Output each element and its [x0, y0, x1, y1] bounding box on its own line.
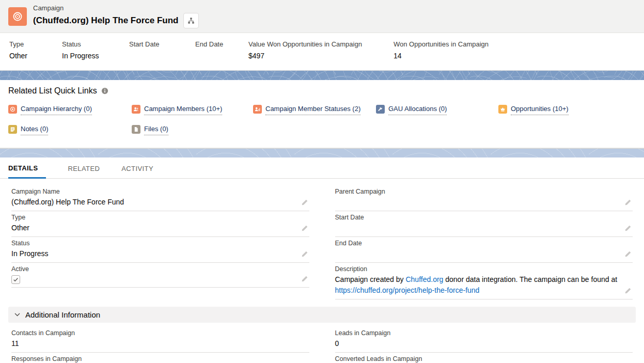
- additional-left-column: Contacts in Campaign 11 Responses in Cam…: [11, 327, 309, 363]
- title-row: (Chuffed.org) Help The Force Fund: [33, 13, 199, 28]
- quick-link-notes[interactable]: Notes (0): [8, 125, 132, 135]
- quick-link-campaign-members[interactable]: Campaign Members (10+): [132, 105, 253, 115]
- field-value: [335, 248, 633, 259]
- highlight-value: 14: [394, 51, 489, 61]
- field-label: Leads in Campaign: [335, 329, 633, 338]
- field-label: Contacts in Campaign: [11, 329, 309, 338]
- section-title: Additional Information: [25, 310, 100, 319]
- highlight-value: In Progress: [62, 51, 125, 61]
- gau-allocation-icon: [376, 105, 385, 114]
- highlight-label: Type: [9, 40, 58, 49]
- chevron-down-icon: [14, 311, 21, 318]
- quick-link-label: Opportunities (10+): [511, 105, 569, 115]
- field-label: Active: [11, 265, 309, 274]
- tab-activity[interactable]: ACTIVITY: [121, 159, 153, 179]
- file-icon: [132, 125, 140, 134]
- highlight-label: Won Opportunities in Campaign: [394, 40, 489, 49]
- view-hierarchy-button[interactable]: [183, 13, 199, 28]
- description-text: Campaign created by Chuffed.org donor da…: [335, 274, 633, 296]
- note-icon: [8, 125, 17, 134]
- edit-pencil-icon[interactable]: [301, 275, 308, 282]
- quick-link-opportunities[interactable]: Opportunities (10+): [498, 105, 636, 115]
- edit-pencil-icon[interactable]: [301, 225, 308, 232]
- field-value: 0: [335, 338, 633, 349]
- description-segment: Campaign created by: [335, 275, 406, 283]
- highlight-end-date: End Date: [195, 40, 248, 61]
- edit-pencil-icon[interactable]: [624, 250, 632, 258]
- field-label: Status: [11, 239, 309, 248]
- details-form: Campaign Name (Chuffed.org) Help The For…: [0, 179, 644, 299]
- description-segment: donor data integration. The campaign can…: [443, 275, 617, 283]
- additional-information-section-header[interactable]: Additional Information: [8, 307, 636, 323]
- quick-link-label: Campaign Member Statuses (2): [265, 105, 360, 115]
- project-url-link[interactable]: https://chuffed.org/project/help-the-for…: [335, 286, 480, 294]
- field-label: Description: [335, 265, 633, 274]
- highlight-type: Type Other: [9, 40, 62, 61]
- chuffed-org-link[interactable]: Chuffed.org: [405, 275, 443, 283]
- field-contacts-in-campaign: Contacts in Campaign 11: [11, 327, 309, 353]
- field-value: (Chuffed.org) Help The Force Fund: [11, 197, 309, 208]
- highlight-label: End Date: [195, 40, 244, 49]
- quick-link-label: GAU Allocations (0): [388, 105, 447, 115]
- quick-link-label: Notes (0): [21, 125, 48, 135]
- details-left-column: Campaign Name (Chuffed.org) Help The For…: [11, 185, 309, 299]
- additional-right-column: Leads in Campaign 0 Converted Leads in C…: [335, 327, 633, 363]
- field-responses-in-campaign: Responses in Campaign 11: [11, 353, 309, 363]
- highlight-value: [195, 51, 244, 61]
- opportunity-icon: [498, 105, 507, 114]
- highlight-value: [129, 51, 191, 61]
- campaign-record-page: Campaign (Chuffed.org) Help The Force Fu…: [0, 0, 644, 363]
- edit-pencil-icon[interactable]: [301, 250, 308, 258]
- tab-related[interactable]: RELATED: [68, 159, 100, 179]
- related-list-quick-links: Related List Quick Links Campaign Hierar…: [0, 80, 644, 148]
- quick-link-campaign-hierarchy[interactable]: Campaign Hierarchy (0): [8, 105, 132, 115]
- field-campaign-name: Campaign Name (Chuffed.org) Help The For…: [11, 185, 309, 211]
- record-detail-card: DETAILS RELATED ACTIVITY Campaign Name (…: [0, 157, 644, 363]
- edit-pencil-icon[interactable]: [624, 199, 632, 206]
- field-parent-campaign: Parent Campaign: [335, 185, 633, 211]
- background-pattern-band: [0, 71, 644, 80]
- campaign-members-icon: [132, 105, 140, 114]
- field-value: 11: [11, 338, 309, 349]
- highlight-label: Value Won Opportunities in Campaign: [248, 40, 389, 49]
- highlight-value: Other: [9, 51, 58, 61]
- entity-label: Campaign: [33, 4, 199, 12]
- field-converted-leads-in-campaign: Converted Leads in Campaign 0: [335, 353, 633, 363]
- highlight-value-won-opportunities: Value Won Opportunities in Campaign $497: [248, 40, 394, 61]
- field-leads-in-campaign: Leads in Campaign 0: [335, 327, 633, 353]
- active-checkbox[interactable]: [11, 275, 20, 284]
- info-icon[interactable]: [101, 87, 108, 94]
- record-tabs: DETAILS RELATED ACTIVITY: [0, 157, 644, 179]
- tab-details[interactable]: DETAILS: [8, 159, 46, 179]
- field-label: Converted Leads in Campaign: [335, 355, 633, 363]
- quick-link-campaign-member-statuses[interactable]: Campaign Member Statuses (2): [253, 105, 376, 115]
- field-description: Description Campaign created by Chuffed.…: [335, 263, 633, 299]
- highlight-label: Status: [62, 40, 125, 49]
- additional-information-form: Contacts in Campaign 11 Responses in Cam…: [0, 323, 644, 363]
- highlights-panel: Type Other Status In Progress Start Date…: [0, 33, 644, 71]
- quick-link-label: Campaign Hierarchy (0): [21, 105, 92, 115]
- field-value: [335, 223, 633, 233]
- hierarchy-icon: [187, 17, 195, 24]
- field-status: Status In Progress: [11, 237, 309, 263]
- edit-pencil-icon[interactable]: [301, 199, 308, 206]
- highlight-value: $497: [248, 51, 389, 61]
- field-start-date: Start Date: [335, 211, 633, 237]
- quick-link-gau-allocations[interactable]: GAU Allocations (0): [376, 105, 498, 115]
- quick-link-files[interactable]: Files (0): [132, 125, 253, 135]
- record-header: Campaign (Chuffed.org) Help The Force Fu…: [0, 0, 644, 33]
- page-title: (Chuffed.org) Help The Force Fund: [33, 15, 178, 26]
- details-right-column: Parent Campaign Start Date End Date Desc…: [335, 185, 633, 299]
- field-label: End Date: [335, 239, 633, 248]
- edit-pencil-icon[interactable]: [624, 225, 632, 232]
- field-type: Type Other: [11, 211, 309, 237]
- field-end-date: End Date: [335, 237, 633, 263]
- highlight-label: Start Date: [129, 40, 191, 49]
- edit-pencil-icon[interactable]: [624, 287, 632, 294]
- quick-links-grid: Campaign Hierarchy (0) Campaign Members …: [8, 105, 636, 135]
- checkmark-icon: [13, 277, 19, 282]
- field-value: In Progress: [11, 248, 309, 259]
- quick-link-label: Files (0): [144, 125, 168, 135]
- quick-link-label: Campaign Members (10+): [144, 105, 222, 115]
- header-text: Campaign (Chuffed.org) Help The Force Fu…: [33, 4, 199, 28]
